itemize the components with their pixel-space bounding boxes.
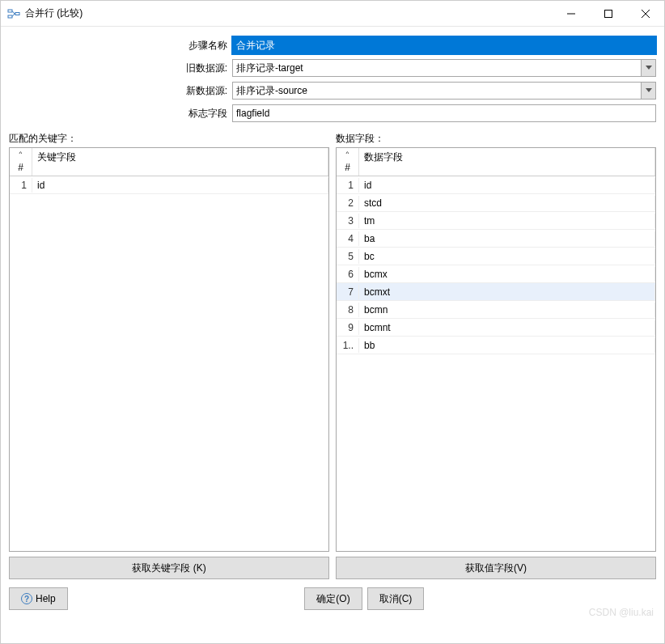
new-source-input[interactable] (233, 83, 641, 99)
step-name-label: 步骤名称 (9, 39, 232, 53)
form-area: 步骤名称 旧数据源: 新数据源: 标志字段 (1, 27, 664, 132)
help-icon: ? (21, 593, 32, 604)
row-number: 1.. (337, 338, 359, 353)
row-value[interactable]: stcd (359, 196, 655, 210)
table-row[interactable]: 1id (10, 176, 328, 194)
maximize-button[interactable] (590, 1, 627, 27)
row-value[interactable]: bcmnt (359, 320, 655, 335)
ok-button[interactable]: 确定(O) (304, 587, 362, 610)
new-source-dropdown-button[interactable] (641, 83, 655, 99)
get-value-fields-button[interactable]: 获取值字段(V) (336, 557, 656, 579)
key-fields-panel: 匹配的关键字： ^# 关键字段 1id 获取关键字段 (K) (9, 132, 329, 579)
help-label: Help (36, 593, 56, 604)
window-controls (553, 1, 664, 26)
row-value[interactable]: bb (359, 338, 655, 353)
step-name-input[interactable] (232, 36, 656, 54)
close-button[interactable] (627, 1, 664, 27)
data-fields-title: 数据字段： (336, 132, 656, 146)
row-number: 1 (10, 178, 32, 193)
row-value[interactable]: id (32, 178, 328, 193)
row-value[interactable]: bcmn (359, 303, 655, 317)
row-value[interactable]: ba (359, 231, 655, 246)
table-row[interactable]: 8bcmn (337, 301, 655, 319)
app-icon (7, 7, 20, 20)
table-row[interactable]: 6bcmx (337, 265, 655, 283)
key-fields-title: 匹配的关键字： (9, 132, 329, 146)
key-fields-grid[interactable]: ^# 关键字段 1id (9, 147, 329, 552)
data-header-num: ^# (337, 148, 359, 176)
table-row[interactable]: 9bcmnt (337, 319, 655, 337)
chevron-down-icon (646, 88, 652, 93)
svg-rect-1 (8, 15, 12, 18)
row-number: 9 (337, 320, 359, 335)
key-header-field[interactable]: 关键字段 (32, 148, 328, 176)
data-fields-header: ^# 数据字段 (337, 148, 655, 176)
table-row[interactable]: 1..bb (337, 337, 655, 354)
footer: ? Help 确定(O) 取消(C) (1, 579, 664, 618)
row-number: 2 (337, 196, 359, 210)
row-number: 6 (337, 267, 359, 282)
old-source-input[interactable] (233, 60, 641, 76)
flag-field-label: 标志字段 (9, 107, 232, 121)
old-source-combo[interactable] (232, 59, 656, 77)
panels: 匹配的关键字： ^# 关键字段 1id 获取关键字段 (K) 数据字段： ^# … (1, 132, 664, 579)
new-source-combo[interactable] (232, 82, 656, 100)
table-row[interactable]: 3tm (337, 212, 655, 230)
row-number: 8 (337, 303, 359, 317)
cancel-button[interactable]: 取消(C) (367, 587, 425, 610)
row-number: 7 (337, 285, 359, 299)
row-number: 4 (337, 231, 359, 246)
svg-rect-0 (8, 10, 12, 12)
row-value[interactable]: tm (359, 214, 655, 228)
data-fields-panel: 数据字段： ^# 数据字段 1id2stcd3tm4ba5bc6bcmx7bcm… (336, 132, 656, 579)
old-source-dropdown-button[interactable] (641, 60, 655, 76)
data-header-field[interactable]: 数据字段 (359, 148, 655, 176)
flag-field-input[interactable] (232, 104, 656, 122)
get-key-fields-button[interactable]: 获取关键字段 (K) (9, 557, 329, 579)
window-title: 合并行 (比较) (25, 6, 553, 20)
svg-rect-2 (15, 12, 19, 15)
table-row[interactable]: 7bcmxt (337, 283, 655, 301)
chevron-down-icon (646, 66, 652, 70)
table-row[interactable]: 2stcd (337, 194, 655, 212)
row-number: 1 (337, 178, 359, 193)
minimize-button[interactable] (553, 1, 590, 27)
help-button[interactable]: ? Help (9, 587, 68, 610)
row-value[interactable]: bc (359, 249, 655, 264)
table-row[interactable]: 4ba (337, 230, 655, 248)
row-number: 3 (337, 214, 359, 228)
table-row[interactable]: 1id (337, 176, 655, 194)
key-fields-header: ^# 关键字段 (10, 148, 328, 176)
row-value[interactable]: id (359, 178, 655, 193)
row-number: 5 (337, 249, 359, 264)
new-source-label: 新数据源: (9, 84, 232, 98)
svg-rect-4 (605, 11, 612, 18)
key-header-num: ^# (10, 148, 32, 176)
titlebar: 合并行 (比较) (1, 1, 664, 27)
old-source-label: 旧数据源: (9, 61, 232, 75)
row-value[interactable]: bcmx (359, 267, 655, 282)
data-fields-grid[interactable]: ^# 数据字段 1id2stcd3tm4ba5bc6bcmx7bcmxt8bcm… (336, 147, 656, 552)
table-row[interactable]: 5bc (337, 248, 655, 265)
row-value[interactable]: bcmxt (359, 285, 655, 299)
